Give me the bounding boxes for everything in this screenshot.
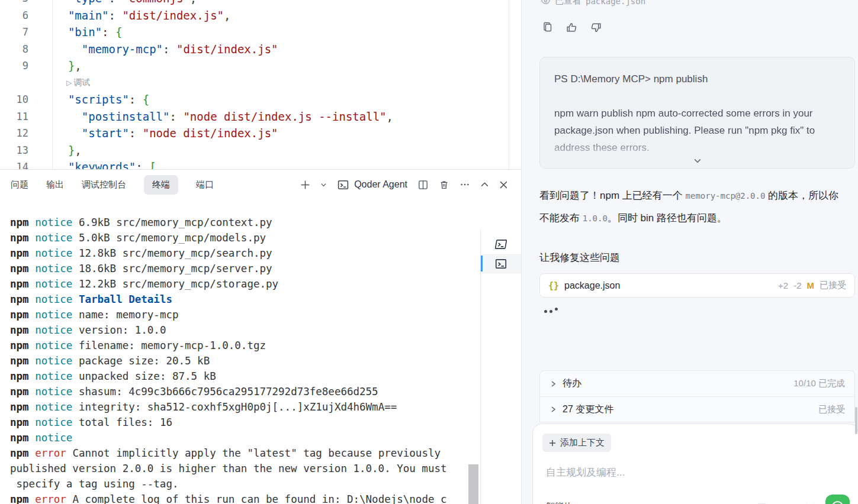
terminal-line: npm notice 12.2kB src/memory_mcp/storage…	[10, 276, 468, 292]
file-change-card[interactable]: {} package.json +2 -2 M 已接受	[539, 273, 855, 298]
line-number: 11	[0, 111, 28, 122]
terminal-scrollbar[interactable]	[468, 464, 478, 504]
chat-scrollbar[interactable]	[855, 407, 857, 434]
json-braces-icon: {}	[548, 280, 559, 291]
line-code: },	[54, 144, 82, 157]
mode-selector[interactable]: Auto	[616, 502, 635, 504]
terminal-quote-card[interactable]: PS D:\Memory MCP> npm publish npm warn p…	[539, 57, 855, 169]
new-terminal-button[interactable]	[300, 180, 310, 190]
editor-line[interactable]: 14 "keywords": [	[0, 159, 521, 170]
quote-body: npm warn publish npm auto-corrected some…	[554, 105, 840, 156]
assistant-message: 让我修复这些问题	[539, 247, 847, 269]
editor-line[interactable]: 11 "postinstall": "node dist/index.js --…	[0, 108, 521, 125]
panel-tab[interactable]: 调试控制台	[82, 179, 126, 190]
inline-code: memory-mcp@2.0.0	[686, 191, 766, 201]
agent-selector-label: 智能体	[546, 501, 573, 504]
copy-button[interactable]	[542, 21, 554, 34]
qoder-agent-profile-button[interactable]: Qoder Agent	[337, 179, 407, 191]
terminal-line: npm notice 18.6kB src/memory_mcp/server.…	[10, 261, 468, 276]
terminal-line: npm error Cannot implicitly apply the "l…	[10, 445, 468, 461]
usage-percent: 59.1%	[770, 502, 795, 504]
diff-removed: -2	[793, 280, 801, 290]
quote-command: PS D:\Memory MCP> npm publish	[554, 70, 840, 88]
line-code: "memory-mcp": "dist/index.js"	[54, 43, 278, 56]
editor-line[interactable]: 8 "memory-mcp": "dist/index.js"	[0, 41, 521, 58]
debug-codelens-link[interactable]: 调试	[66, 77, 90, 88]
terminal-line: npm notice shasum: 4c99c3b666c7956ca2951…	[10, 384, 468, 399]
line-number: 12	[0, 127, 28, 139]
terminal-line: npm notice name: memory-mcp	[10, 307, 468, 322]
assistant-message: 看到问题了！npm 上已经有一个 memory-mcp@2.0.0 的版本，所以…	[539, 185, 847, 230]
close-panel-button[interactable]	[499, 180, 508, 189]
viewed-file-name: package.json	[586, 0, 645, 6]
thumbs-up-button[interactable]	[565, 21, 578, 34]
editor-line[interactable]: 10 "scripts": {	[0, 91, 521, 108]
terminal-instance-powershell[interactable]	[481, 234, 521, 254]
line-code: "start": "node dist/index.js"	[54, 127, 278, 140]
send-button[interactable]	[825, 495, 850, 504]
modified-badge: M	[807, 280, 815, 290]
panel-tab[interactable]: 端口	[196, 179, 214, 190]
composer-bottom-row: 智能体 Auto 59.1% ✦⁺	[546, 494, 850, 504]
line-number: 10	[0, 93, 28, 105]
editor-pane[interactable]: 5 "type": "commonjs", 6 "main": "dist/in…	[0, 0, 521, 170]
editor-line[interactable]: 13 },	[0, 142, 521, 159]
inline-code: 1.0.0	[583, 214, 608, 223]
kill-terminal-button[interactable]	[439, 179, 449, 190]
panel-tab[interactable]: 终端	[144, 175, 178, 195]
viewed-label: 已查看	[555, 0, 581, 7]
chevron-right-icon	[549, 406, 557, 413]
terminal-line: npm notice Tarball Details	[10, 292, 468, 307]
panel-tab[interactable]: 输出	[46, 179, 64, 190]
todo-row[interactable]: 27 变更文件 已接受	[540, 396, 854, 422]
thumbs-down-button[interactable]	[590, 21, 602, 34]
indent-guide	[52, 0, 53, 170]
line-number: 9	[0, 60, 28, 72]
terminal-toolbar: Qoder Agent	[300, 170, 508, 199]
todo-row[interactable]: 待办 10/10 已完成	[540, 371, 854, 396]
launch-profile-dropdown-icon[interactable]	[320, 182, 327, 188]
line-number: 8	[0, 43, 28, 55]
terminal-line: npm notice unpacked size: 87.5 kB	[10, 369, 468, 384]
chat-panel: 已查看 package.json PS D:\Memory MCP> npm p…	[521, 0, 858, 504]
chevron-right-icon	[549, 380, 557, 387]
editor-line[interactable]: 9 },	[0, 57, 521, 75]
plus-icon	[549, 440, 556, 447]
terminal-line: npm notice package size: 20.5 kB	[10, 353, 468, 369]
add-context-chip[interactable]: 添加上下文	[542, 434, 611, 452]
terminal-line: specify a tag using --tag.	[10, 476, 468, 492]
line-code: "main": "dist/index.js",	[54, 9, 230, 22]
editor-lines: 5 "type": "commonjs", 6 "main": "dist/in…	[0, 0, 521, 170]
agent-selector[interactable]: 智能体	[546, 501, 581, 504]
terminal-output: npm notice 6.9kB src/memory_mcp/context.…	[10, 215, 468, 504]
terminal-line: npm notice 5.0kB src/memory_mcp/models.p…	[10, 230, 468, 245]
composer-placeholder[interactable]: 自主规划及编程...	[546, 466, 625, 479]
expand-chevron-icon[interactable]	[693, 156, 702, 165]
editor-scrollbar-divider	[509, 0, 509, 170]
diff-added: +2	[778, 280, 788, 290]
composer[interactable]: 添加上下文 自主规划及编程... 智能体 Auto 59.1% ✦⁺	[532, 424, 858, 504]
terminal-line: npm error A complete log of this run can…	[10, 492, 468, 504]
terminal-body[interactable]: npm notice 6.9kB src/memory_mcp/context.…	[0, 199, 521, 504]
editor-line[interactable]: 6 "main": "dist/index.js",	[0, 7, 521, 24]
editor-line[interactable]: 5 "type": "commonjs",	[0, 0, 521, 7]
more-actions-button[interactable]	[459, 179, 470, 190]
maximize-panel-button[interactable]	[480, 180, 489, 189]
editor-line[interactable]: 7 "bin": {	[0, 24, 521, 41]
line-code: },	[54, 59, 82, 72]
terminal-instance-list	[481, 234, 521, 273]
editor-line[interactable]: 12 "start": "node dist/index.js"	[0, 125, 521, 142]
viewed-file-row: 已查看 package.json	[541, 0, 645, 7]
line-code: "scripts": {	[54, 93, 149, 106]
terminal-line: npm notice integrity: sha512-coxhf5xgH0p…	[10, 399, 468, 415]
terminal-line: npm notice 6.9kB src/memory_mcp/context.…	[10, 215, 468, 230]
line-number: 7	[0, 26, 28, 38]
split-terminal-button[interactable]	[417, 179, 429, 190]
context-usage-meter[interactable]: 59.1%	[757, 502, 795, 504]
record-circle-icon	[832, 501, 843, 504]
terminal-instance-active[interactable]	[481, 254, 521, 273]
sparkle-plus-icon[interactable]: ✦⁺	[803, 501, 816, 504]
panel-tab[interactable]: 问题	[11, 179, 28, 190]
line-number: 6	[0, 9, 28, 21]
terminal-line: npm notice	[10, 430, 468, 445]
